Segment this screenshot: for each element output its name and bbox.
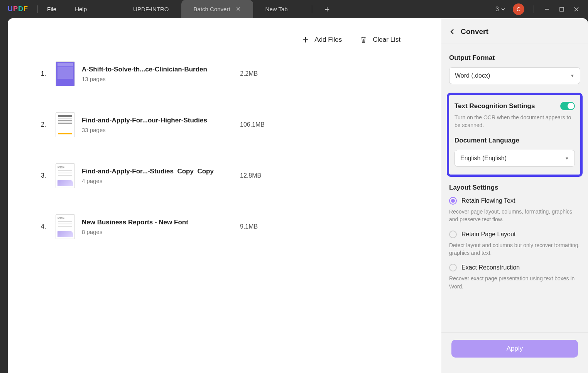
file-name: A-Shift-to-Solve-th...ce-Clinician-Burde… [82,66,236,73]
divider [37,5,38,13]
count-value: 3 [495,6,499,13]
radio-retain-flowing-text[interactable]: Retain Flowing Text [449,197,580,205]
file-pages: 13 pages [82,76,236,82]
tab-label: New Tab [265,6,288,12]
radio-icon [449,264,457,271]
minimize-button[interactable] [543,5,551,13]
trash-icon [360,36,367,44]
file-pages: 4 pages [82,178,236,184]
list-item[interactable]: 4. PDF New Business Reports - New Font 8… [41,214,424,239]
panel-title: Convert [461,27,488,36]
radio-label: Retain Page Layout [461,231,516,238]
list-item[interactable]: 3. PDF Find-and-Apply-For...-Studies_Cop… [41,163,424,188]
file-size: 9.1MB [240,223,258,230]
file-size: 2.2MB [240,70,258,77]
divider [312,5,312,13]
convert-panel: Convert Output Format Word (.docx) ▼ Tex… [441,18,588,373]
file-thumbnail: PDF [56,163,75,188]
file-thumbnail [56,112,75,137]
radio-icon [449,197,457,205]
file-number: 2. [41,121,52,128]
radio-icon [449,231,457,238]
titlebar: UPDF File Help UPDF-INTRO Batch Convert✕… [0,0,588,18]
tab-new-tab[interactable]: New Tab [253,0,300,18]
window-controls: 3 C [495,3,580,15]
list-item[interactable]: 1. A-Shift-to-Solve-th...ce-Clinician-Bu… [41,61,424,86]
close-button[interactable] [573,5,580,13]
back-icon[interactable] [449,28,456,35]
file-size: 12.8MB [240,172,261,179]
apply-button[interactable]: Apply [451,340,578,358]
file-thumbnail: PDF [56,214,75,239]
maximize-button[interactable] [558,5,566,13]
clear-list-button[interactable]: Clear List [360,36,400,44]
tab-updf-intro[interactable]: UPDF-INTRO [121,0,181,18]
layout-settings-label: Layout Settings [449,184,580,192]
file-name: New Business Reports - New Font [82,219,236,226]
language-select[interactable]: English (English) ▼ [455,150,575,167]
main-panel: Add Files Clear List 1. A-Shift-to-Solve… [8,18,441,373]
ocr-toggle[interactable] [560,102,575,110]
close-icon[interactable]: ✕ [236,5,241,13]
file-pages: 33 pages [82,127,236,133]
select-value: Word (.docx) [455,72,490,79]
apply-bar: Apply [441,332,588,373]
radio-hint: Recover exact page presentation using te… [449,275,580,290]
radio-retain-page-layout[interactable]: Retain Page Layout [449,231,580,238]
radio-label: Exact Reconstruction [461,264,520,271]
add-files-button[interactable]: Add Files [302,36,342,44]
panel-header: Convert [441,27,588,44]
file-thumbnail [56,61,75,86]
language-label: Document Language [455,137,575,144]
file-info: A-Shift-to-Solve-th...ce-Clinician-Burde… [82,66,236,82]
file-pages: 8 pages [82,229,236,235]
output-format-label: Output Format [449,54,580,62]
plus-icon [302,36,309,43]
tab-label: UPDF-INTRO [133,6,169,12]
file-number: 3. [41,172,52,179]
menu-file[interactable]: File [47,6,56,12]
chevron-down-icon: ▼ [570,73,574,78]
file-info: Find-and-Apply-For...-Studies_Copy_Copy … [82,168,236,184]
radio-hint: Detect layout and columns but only recov… [449,241,580,257]
divider [534,5,534,13]
ocr-settings-box: Text Recognition Settings Turn on the OC… [447,93,583,177]
chevron-down-icon [500,7,506,12]
svg-rect-0 [560,7,564,11]
ocr-title: Text Recognition Settings [455,102,535,110]
panel-body: Output Format Word (.docx) ▼ Text Recogn… [441,44,588,332]
file-name: Find-and-Apply-For...-Studies_Copy_Copy [82,168,236,175]
file-number: 4. [41,223,52,230]
toolbar: Add Files Clear List [25,36,424,44]
select-value: English (English) [460,155,507,162]
output-format-select[interactable]: Word (.docx) ▼ [449,67,580,84]
ocr-hint: Turn on the OCR when the document appear… [455,114,575,129]
radio-hint: Recover page layout, columns, formatting… [449,208,580,224]
list-item[interactable]: 2. Find-and-Apply-For...our-Higher-Studi… [41,112,424,137]
file-number: 1. [41,70,52,77]
tab-batch-convert[interactable]: Batch Convert✕ [181,0,253,18]
file-size: 106.1MB [240,121,265,128]
chevron-down-icon: ▼ [565,156,569,161]
radio-label: Retain Flowing Text [461,197,515,204]
file-info: Find-and-Apply-For...our-Higher-Studies … [82,117,236,133]
app-logo: UPDF [8,5,28,13]
tabs: UPDF-INTRO Batch Convert✕ New Tab ＋ [121,0,495,18]
file-info: New Business Reports - New Font 8 pages [82,219,236,235]
count-dropdown[interactable]: 3 [495,6,506,13]
tab-label: Batch Convert [194,6,230,12]
file-name: Find-and-Apply-For...our-Higher-Studies [82,117,236,124]
add-files-label: Add Files [314,36,342,44]
clear-list-label: Clear List [373,36,400,44]
file-list: 1. A-Shift-to-Solve-th...ce-Clinician-Bu… [25,54,424,239]
radio-exact-reconstruction[interactable]: Exact Reconstruction [449,264,580,271]
avatar[interactable]: C [513,3,524,15]
menu-help[interactable]: Help [75,6,87,12]
new-tab-button[interactable]: ＋ [321,3,333,15]
